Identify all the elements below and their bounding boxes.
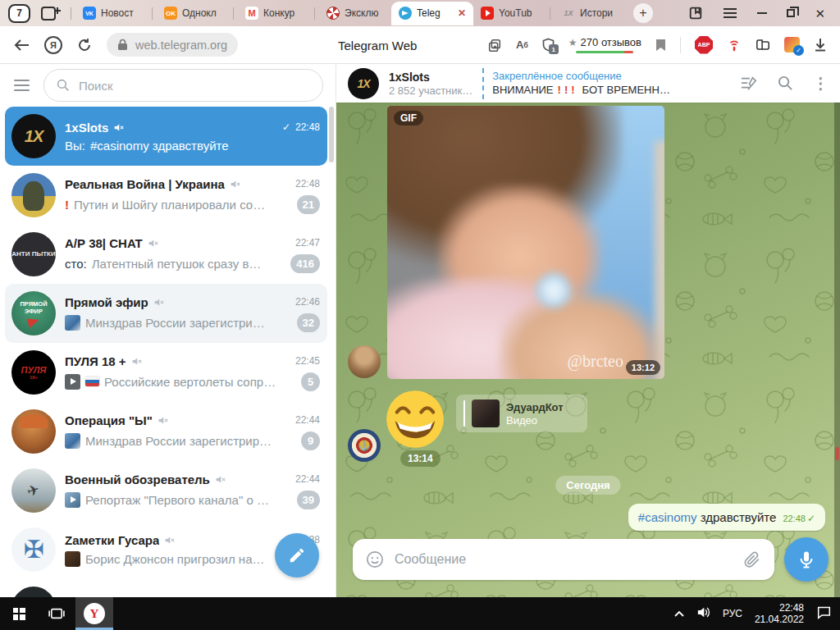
avatar: АНТИ ПЫТКИ bbox=[11, 232, 56, 276]
language-indicator[interactable]: РУС bbox=[723, 608, 742, 619]
date-divider: Сегодня bbox=[555, 476, 620, 495]
tab-casino[interactable]: Эксклю bbox=[319, 0, 391, 26]
taskbar-yandex-browser[interactable]: Y bbox=[75, 597, 113, 630]
volume-icon[interactable] bbox=[696, 606, 710, 621]
avatar: ✈ bbox=[11, 468, 56, 513]
message-input[interactable] bbox=[395, 552, 733, 567]
chat-item-operation-y[interactable]: Операция "Ы" 22:44 Минздрав России зарег… bbox=[5, 402, 327, 461]
windows-logo-icon bbox=[13, 608, 25, 620]
extension-icon[interactable]: ✓ bbox=[784, 37, 800, 52]
chat-scrollbar[interactable] bbox=[834, 103, 840, 597]
close-window-icon[interactable]: ✕ bbox=[815, 7, 825, 20]
tab-ok[interactable]: OKОднокл bbox=[157, 0, 229, 26]
tab-telegram-active[interactable]: Teleg✕ bbox=[391, 2, 473, 25]
voice-record-button[interactable] bbox=[784, 537, 829, 582]
avatar: ПРЯМОЙ ЭФИР bbox=[11, 291, 56, 336]
mute-icon bbox=[153, 297, 164, 308]
sent-check-icon: ✓ bbox=[282, 121, 290, 133]
compose-button[interactable] bbox=[275, 533, 319, 578]
chat-item-ap38[interactable]: АНТИ ПЫТКИ А/Р 38| CHAT 22:47 сто: Латен… bbox=[5, 225, 327, 284]
adblock-icon[interactable]: ABP bbox=[695, 36, 713, 54]
unread-badge: 32 bbox=[297, 313, 320, 332]
tab-vk[interactable]: VKНовост bbox=[75, 0, 148, 26]
more-options-icon[interactable]: ⋮ bbox=[813, 75, 829, 91]
flag-ru-icon bbox=[85, 377, 99, 386]
chat-item-war[interactable]: Реальная Война | Украина 22:48 ! Путин и… bbox=[5, 166, 327, 225]
chat-title: 1xSlots bbox=[65, 121, 108, 135]
tab-counter-button[interactable]: 7 bbox=[3, 0, 35, 26]
back-icon[interactable] bbox=[13, 39, 30, 52]
reply-quote[interactable]: ЭдуардКот Видео bbox=[456, 395, 587, 432]
chat-list: 1X 1xSlots ✓ 22:48 Вы: #casinomy здравст… bbox=[0, 107, 336, 597]
search-input[interactable] bbox=[79, 79, 310, 93]
hashtag-link[interactable]: #casinomy bbox=[638, 510, 697, 524]
avatar: 1X bbox=[11, 114, 56, 158]
start-button[interactable] bbox=[0, 597, 38, 630]
message-time-badge: 13:12 bbox=[626, 360, 660, 375]
tab-1x-history[interactable]: 1XИстори bbox=[555, 0, 627, 26]
browser-menu-icon[interactable] bbox=[723, 7, 737, 19]
chat-item-bullet[interactable]: ПУЛЯ18+ ПУЛЯ 18 + 22:45 Российские верто… bbox=[5, 343, 327, 402]
chat-info[interactable]: 1xSlots 2 852 участник… bbox=[389, 71, 472, 97]
watermark: @brcteo bbox=[568, 352, 623, 371]
emoji-sticker-message[interactable] bbox=[384, 388, 446, 450]
emoji-picker-icon[interactable] bbox=[366, 550, 384, 568]
copy-tabs-icon[interactable] bbox=[487, 38, 502, 52]
url-field[interactable]: web.telegram.org bbox=[107, 33, 238, 57]
check-badge-icon: ✓ bbox=[793, 45, 804, 56]
telegram-web-app: 1X 1xSlots ✓ 22:48 Вы: #casinomy здравст… bbox=[0, 64, 840, 597]
yandex-browser-icon: Y bbox=[84, 603, 105, 624]
new-tab-button[interactable]: + bbox=[633, 3, 653, 23]
restore-window-icon[interactable] bbox=[787, 9, 795, 17]
tab-youtube[interactable]: YouTub bbox=[473, 0, 546, 26]
gif-message[interactable]: GIF @brcteo 13:12 bbox=[387, 106, 664, 379]
site-rating[interactable]: ★270 отзывов bbox=[568, 36, 641, 53]
mute-icon bbox=[230, 179, 240, 189]
search-box[interactable] bbox=[43, 69, 323, 102]
mute-icon bbox=[148, 238, 158, 249]
browser-tab-bar: 7 VKНовост OKОднокл MКонкур Эксклю Teleg… bbox=[0, 0, 840, 26]
youtube-icon bbox=[481, 7, 494, 20]
page-title: Telegram Web bbox=[338, 26, 417, 64]
attach-icon[interactable] bbox=[743, 550, 761, 568]
yandex-search-icon[interactable]: Я bbox=[44, 36, 62, 54]
pinned-label: Закреплённое сообщение bbox=[492, 70, 722, 83]
new-window-icon[interactable] bbox=[35, 0, 66, 26]
sidebar-scrollbar[interactable] bbox=[329, 107, 334, 162]
protect-shield-icon[interactable]: 1 bbox=[542, 38, 555, 52]
pinned-list-icon[interactable] bbox=[740, 75, 758, 92]
action-center-icon[interactable] bbox=[816, 605, 832, 622]
chat-item-military[interactable]: ✈ Военный обозреватель 22:44 Репортаж "П… bbox=[5, 461, 327, 520]
translate-icon[interactable]: Aб bbox=[516, 39, 528, 51]
tray-chevron-icon[interactable] bbox=[674, 608, 684, 619]
downloads-icon[interactable] bbox=[814, 38, 827, 52]
video-thumb bbox=[65, 492, 80, 508]
main-menu-icon[interactable] bbox=[12, 76, 31, 95]
avatar bbox=[11, 587, 56, 597]
minimize-window-icon[interactable] bbox=[757, 12, 767, 14]
chat-item-partial[interactable] bbox=[5, 579, 327, 597]
exclamation-icons: !!! bbox=[558, 83, 578, 97]
mute-icon bbox=[158, 415, 168, 426]
chat-item-1xslots[interactable]: 1X 1xSlots ✓ 22:48 Вы: #casinomy здравст… bbox=[5, 107, 327, 166]
collections-icon[interactable] bbox=[756, 38, 770, 52]
chat-item-live[interactable]: ПРЯМОЙ ЭФИР Прямой эфир 22:46 Минздрав Р… bbox=[5, 284, 327, 343]
photo-thumb bbox=[65, 433, 80, 449]
bookmark-icon[interactable] bbox=[655, 39, 666, 52]
outgoing-message[interactable]: #casinomy здравствуйте22:48✓ bbox=[628, 504, 825, 531]
sender-avatar[interactable]: ⚓ bbox=[348, 429, 381, 462]
avatar bbox=[11, 409, 56, 454]
chat-avatar[interactable]: 1X bbox=[348, 68, 379, 99]
taskbar-clock[interactable]: 22:48 21.04.2022 bbox=[755, 602, 804, 625]
search-chat-icon[interactable] bbox=[778, 75, 793, 91]
message-time-badge: 13:14 bbox=[400, 450, 441, 467]
sidebar-panels-icon[interactable] bbox=[688, 6, 703, 21]
tab-gmail[interactable]: MКонкур bbox=[238, 0, 310, 26]
pinned-message[interactable]: Закреплённое сообщение ВНИМАНИЕ !!! БОТ … bbox=[482, 68, 722, 99]
close-tab-icon[interactable]: ✕ bbox=[458, 7, 466, 19]
shield-badge: 1 bbox=[549, 44, 559, 54]
vpn-antenna-icon[interactable] bbox=[727, 38, 742, 52]
sender-avatar[interactable] bbox=[348, 345, 381, 378]
task-view-button[interactable] bbox=[38, 597, 75, 630]
reload-icon[interactable] bbox=[77, 38, 92, 52]
